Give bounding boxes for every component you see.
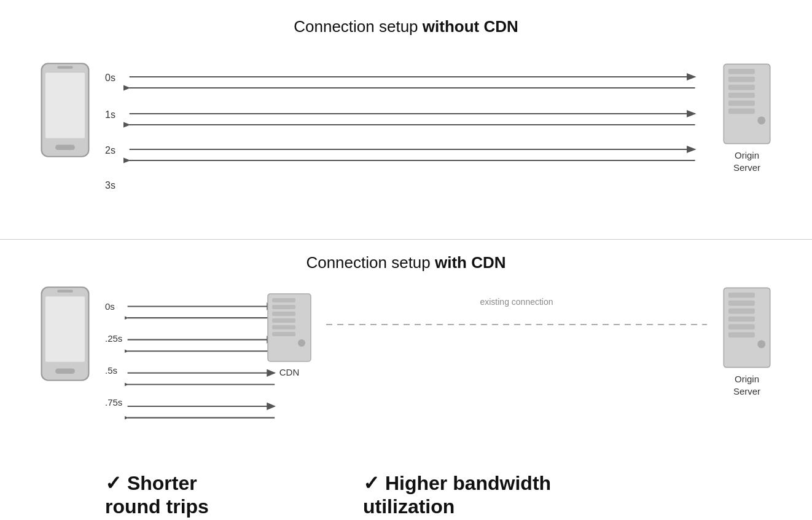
svg-rect-12: [728, 77, 755, 82]
benefit-shorter-trips: ✓ Shorterround trips: [37, 471, 332, 519]
origin-server-top: OriginServer: [719, 61, 775, 173]
origin-server-bottom-label: OriginServer: [733, 373, 760, 397]
svg-rect-40: [728, 293, 755, 298]
top-title-bold: without CDN: [423, 17, 518, 36]
svg-point-46: [757, 340, 765, 348]
origin-server-top-label: OriginServer: [733, 149, 760, 173]
benefit-bandwidth-text: ✓ Higher bandwidthutilization: [363, 471, 775, 519]
svg-point-17: [757, 116, 765, 124]
bottom-title-normal: Connection setup: [306, 253, 435, 272]
svg-rect-14: [728, 93, 755, 98]
benefit-shorter-text: ✓ Shorterround trips: [105, 471, 332, 519]
svg-rect-35: [272, 325, 295, 329]
top-title: Connection setup without CDN: [294, 17, 518, 36]
svg-rect-41: [728, 301, 755, 306]
bottom-section: Connection setup with CDN 0s .25s .5s .7…: [0, 240, 812, 520]
svg-rect-2: [55, 145, 75, 151]
svg-rect-19: [45, 296, 85, 362]
svg-rect-45: [728, 333, 755, 338]
top-arrows-area: 0s 1s 2s 3s: [105, 55, 707, 202]
phone-bottom: [37, 285, 93, 385]
top-title-normal: Connection setup: [294, 17, 423, 36]
top-diagram: 0s 1s 2s 3s: [37, 42, 775, 215]
svg-rect-44: [728, 325, 755, 330]
svg-point-37: [298, 339, 305, 347]
time-0s-bottom: 0s: [105, 302, 115, 311]
page-container: Connection setup without CDN 0s: [0, 0, 812, 520]
bottom-diagram: 0s .25s .5s .75s: [37, 278, 775, 463]
svg-rect-42: [728, 309, 755, 314]
time-2s-top: 2s: [105, 146, 115, 156]
time-3s-top: 3s: [105, 181, 115, 191]
time-75s-bottom: .75s: [105, 398, 122, 407]
svg-rect-20: [55, 369, 75, 374]
origin-server-bottom: OriginServer: [719, 285, 775, 397]
cdn-label: CDN: [279, 367, 300, 377]
svg-rect-34: [272, 318, 295, 323]
phone-icon: [37, 61, 93, 162]
svg-rect-33: [272, 312, 295, 316]
benefits-row: ✓ Shorterround trips ✓ Higher bandwidthu…: [37, 471, 775, 519]
benefit-higher-bandwidth: ✓ Higher bandwidthutilization: [332, 471, 775, 519]
dotted-connection-area: existing connection: [326, 285, 707, 408]
time-25s-bottom: .25s: [105, 334, 122, 343]
svg-rect-13: [728, 85, 755, 90]
svg-rect-21: [57, 290, 73, 293]
time-5s-bottom: .5s: [105, 366, 117, 375]
svg-rect-32: [272, 305, 295, 309]
svg-rect-16: [728, 109, 755, 114]
svg-rect-11: [728, 69, 755, 74]
bottom-title: Connection setup with CDN: [306, 253, 506, 272]
cdn-server-icon: CDN: [265, 291, 314, 377]
svg-rect-15: [728, 101, 755, 106]
svg-rect-31: [272, 298, 295, 302]
top-section: Connection setup without CDN 0s: [0, 0, 812, 240]
existing-connection-label: existing connection: [480, 297, 553, 307]
bottom-title-bold: with CDN: [435, 253, 506, 272]
time-0s-top: 0s: [105, 73, 115, 83]
svg-rect-36: [272, 332, 295, 336]
time-1s-top: 1s: [105, 110, 115, 120]
svg-rect-43: [728, 317, 755, 322]
bottom-arrows-cdn: 0s .25s .5s .75s: [105, 285, 283, 438]
svg-rect-3: [57, 66, 73, 69]
svg-rect-1: [45, 73, 85, 138]
